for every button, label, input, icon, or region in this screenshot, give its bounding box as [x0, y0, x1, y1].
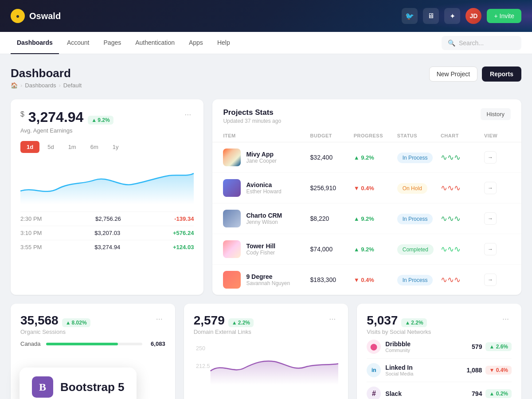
earnings-more-btn[interactable]: ···	[182, 109, 194, 120]
search-icon: 🔍	[448, 39, 455, 47]
time-tab-1d[interactable]: 1d	[20, 141, 39, 153]
topbar-actions: 🐦 🖥 ✦ JD + Invite	[402, 8, 521, 24]
project-row: Tower Hill Cody Fisher $74,000 ▲ 9.2% Co…	[212, 234, 521, 265]
currency-symbol: $	[20, 110, 24, 118]
time-tab-1y[interactable]: 1y	[106, 141, 125, 153]
social-value: 5,037	[367, 313, 398, 328]
breadcrumb-home-icon: 🏠	[11, 82, 18, 89]
social-badge: ▲ 2.2%	[401, 318, 426, 327]
main-content: Dashboard 🏠 › Dashboards › Default New P…	[0, 54, 532, 399]
social-row-dribbble: ⬤ Dribbble Community 579 ▲ 2.6%	[367, 335, 512, 359]
status-badge: Completed	[397, 244, 434, 255]
social-label: Visits by Social Networks	[367, 329, 431, 335]
project-row: Mivy App Jane Cooper $32,400 ▲ 9.2% In P…	[212, 142, 521, 173]
table-header: ITEM BUDGET PROGRESS STATUS CHART VIEW	[212, 129, 521, 142]
bootstrap-overlay: B Bootstrap 5	[20, 368, 137, 399]
data-row: 3:10 PM $3,207.03 +576.24	[20, 226, 194, 240]
sessions-badge: ▲ 8.02%	[62, 318, 90, 327]
view-button[interactable]: →	[484, 274, 497, 286]
status-badge: In Process	[397, 153, 433, 163]
nav-item-apps[interactable]: Apps	[183, 32, 209, 54]
mini-chart: ∿∿∿	[441, 153, 484, 162]
topbar: ● Oswald 🐦 🖥 ✦ JD + Invite	[0, 0, 532, 32]
view-button[interactable]: →	[484, 212, 497, 225]
project-thumb	[223, 149, 241, 166]
nav-item-help[interactable]: Help	[211, 32, 236, 54]
domain-label: Domain External Links	[194, 329, 254, 335]
header-actions: New Project Reports	[429, 66, 521, 82]
avatar[interactable]: JD	[466, 8, 481, 24]
logo-icon: ●	[11, 9, 25, 23]
sessions-value: 35,568	[20, 313, 59, 328]
mini-chart: ∿∿∿	[441, 183, 484, 193]
data-row: 2:30 PM $2,756.26 -139.34	[20, 211, 194, 226]
domain-chart: 250 212.5	[194, 340, 339, 385]
bootstrap-text: Bootstrap 5	[60, 380, 124, 394]
mini-chart: ∿∿∿	[441, 244, 484, 254]
data-row: 3:55 PM $3,274.94 +124.03	[20, 240, 194, 254]
breadcrumb-default: Default	[63, 82, 82, 89]
project-thumb	[223, 240, 241, 258]
bottom-section: 35,568 ▲ 8.02% Organic Sessions ··· Cana…	[11, 304, 521, 399]
monitor-icon-btn[interactable]: 🖥	[423, 8, 439, 24]
status-badge: On Hold	[397, 183, 427, 194]
breadcrumb: 🏠 › Dashboards › Default	[11, 82, 82, 89]
secondary-nav: Dashboards Account Pages Authentication …	[0, 32, 532, 54]
new-project-button[interactable]: New Project	[429, 66, 477, 82]
view-button[interactable]: →	[484, 151, 497, 164]
notification-icon-btn[interactable]: 🐦	[402, 8, 418, 24]
domain-links-card: 2,579 ▲ 2.2% Domain External Links ···	[184, 304, 348, 399]
logo-area: ● Oswald	[11, 9, 402, 23]
nav-item-dashboards[interactable]: Dashboards	[11, 32, 59, 54]
svg-text:250: 250	[196, 346, 205, 352]
nav-item-pages[interactable]: Pages	[98, 32, 128, 54]
search-placeholder: Search...	[459, 39, 484, 47]
domain-badge: ▲ 2.2%	[228, 318, 254, 327]
project-row: Avionica Esther Howard $256,910 ▼ 0.4% O…	[212, 173, 521, 203]
projects-title: Projects Stats	[223, 108, 281, 117]
slack-icon: #	[367, 387, 381, 399]
svg-text:212.5: 212.5	[196, 364, 210, 370]
status-badge: In Process	[397, 275, 433, 286]
domain-value: 2,579	[194, 313, 225, 328]
earnings-badge: ▲ 9.2%	[88, 116, 113, 125]
sessions-label: Organic Sessions	[20, 329, 90, 335]
earnings-value: $ 3,274.94	[20, 109, 83, 125]
page-title: Dashboard	[11, 66, 82, 80]
project-thumb	[223, 210, 241, 227]
project-thumb	[223, 271, 241, 289]
share-icon-btn[interactable]: ✦	[444, 8, 460, 24]
page-header: Dashboard 🏠 › Dashboards › Default New P…	[11, 66, 521, 89]
search-bar[interactable]: 🔍 Search...	[442, 36, 521, 50]
projects-subtitle: Updated 37 minutes ago	[223, 118, 281, 124]
mini-chart: ∿∿∿	[441, 214, 484, 223]
earnings-label: Avg. Agent Earnings	[20, 127, 113, 134]
social-row-linkedin: in Linked In Social Media 1,088 ▼ 0.4%	[367, 359, 512, 382]
time-tab-1m[interactable]: 1m	[62, 141, 82, 153]
view-button[interactable]: →	[484, 243, 497, 255]
time-tab-6m[interactable]: 6m	[84, 141, 105, 153]
dribbble-icon: ⬤	[367, 340, 381, 354]
earnings-card: $ 3,274.94 ▲ 9.2% Avg. Agent Earnings ··…	[11, 99, 203, 295]
status-badge: In Process	[397, 214, 433, 224]
view-button[interactable]: →	[484, 182, 497, 194]
project-row: Charto CRM Jenny Wilson $8,220 ▲ 9.2% In…	[212, 203, 521, 234]
breadcrumb-dashboards: Dashboards	[25, 82, 56, 89]
time-tab-5d[interactable]: 5d	[41, 141, 60, 153]
nav-item-account[interactable]: Account	[61, 32, 96, 54]
project-row: 9 Degree Savannah Nguyen $183,300 ▼ 0.4%…	[212, 265, 521, 295]
social-more-btn[interactable]: ···	[500, 313, 512, 325]
invite-button[interactable]: + Invite	[487, 9, 521, 23]
domain-more-btn[interactable]: ···	[326, 313, 338, 325]
social-row-slack: # Slack 794 ▲ 0.2%	[367, 382, 512, 399]
earnings-chart	[20, 160, 194, 204]
bootstrap-icon: B	[32, 376, 53, 398]
sessions-more-btn[interactable]: ···	[153, 313, 165, 325]
project-thumb	[223, 179, 241, 197]
history-button[interactable]: History	[481, 108, 511, 120]
nav-item-authentication[interactable]: Authentication	[129, 32, 181, 54]
country-row: Canada 6,083	[20, 340, 165, 347]
app-title: Oswald	[29, 11, 61, 21]
reports-button[interactable]: Reports	[482, 66, 521, 82]
dashboard-grid: $ 3,274.94 ▲ 9.2% Avg. Agent Earnings ··…	[11, 99, 521, 295]
